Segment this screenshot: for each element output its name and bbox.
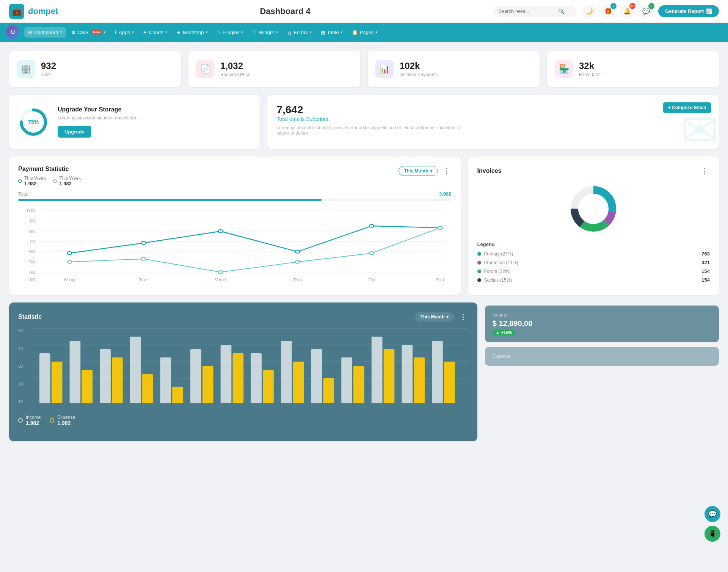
chat-badge: 5 [648, 3, 654, 9]
nav-item-plugins[interactable]: ♡ Plugins ▾ [213, 27, 247, 38]
logo-text: dompet [28, 6, 58, 16]
svg-text:Thu: Thu [293, 278, 303, 282]
nav-item-pages[interactable]: 📋 Pages ▾ [348, 27, 381, 38]
chat-button[interactable]: 💬 5 [639, 5, 653, 18]
y-label-30: 30 [18, 364, 33, 368]
expense-legend: Expense 1.982 [50, 415, 75, 426]
svg-text:50: 50 [29, 260, 35, 265]
nav-item-bootstrap[interactable]: ★ Bootstrap ▾ [173, 27, 212, 38]
forum-value: 154 [701, 268, 710, 274]
expense-box: Expense [485, 347, 719, 366]
upgrade-description: Lorem ipsum dolor sit amet, onsectetur. [58, 115, 137, 121]
chevron-down-icon-cms: ▾ [104, 30, 106, 34]
svg-text:100: 100 [26, 209, 35, 213]
header-icons: 🌙 🎁 2 🔔 12 💬 5 Generate Report 📈 [582, 5, 719, 18]
generate-btn-label: Generate Report [665, 8, 704, 14]
svg-point-23 [67, 252, 72, 255]
this-month-filter[interactable]: This Month ▾ [399, 166, 438, 176]
invoices-card: Invoices ⋮ Legend [468, 157, 719, 295]
statistic-more-button[interactable]: ⋮ [458, 312, 468, 322]
expense-dot [50, 418, 54, 423]
nav-item-charts[interactable]: ✦ Charts ▾ [139, 27, 171, 38]
stat-card-force-tariff: 🏪 32k Force tariff [547, 51, 719, 87]
svg-rect-51 [112, 357, 123, 403]
search-icon: 🔍 [558, 8, 565, 14]
moon-icon: 🌙 [585, 8, 593, 15]
svg-rect-68 [372, 337, 383, 403]
gift-button[interactable]: 🎁 2 [601, 5, 615, 18]
svg-rect-49 [82, 370, 93, 403]
svg-rect-47 [52, 362, 63, 403]
search-input[interactable] [498, 8, 555, 14]
svg-rect-48 [70, 341, 81, 403]
moon-toggle[interactable]: 🌙 [582, 5, 596, 18]
invoices-more-button[interactable]: ⋮ [699, 166, 710, 176]
svg-point-27 [369, 224, 374, 227]
nav-item-dashboard[interactable]: ⊞ Dashboard ▾ [24, 27, 66, 38]
income-label: Income [26, 415, 41, 420]
statistic-month-filter[interactable]: This Month ▾ [415, 312, 454, 321]
up-arrow-icon: ▲ [496, 330, 500, 335]
y-label-10: 10 [18, 400, 33, 404]
legend-2-value: 1.982 [59, 181, 80, 186]
forms-icon: 🖨 [287, 30, 292, 35]
payment-title: Payment Statistic [18, 166, 81, 172]
bell-button[interactable]: 🔔 12 [620, 5, 634, 18]
generate-report-button[interactable]: Generate Report 📈 [658, 5, 719, 17]
chevron-down-icon-charts: ▾ [165, 30, 167, 34]
income-change-badge: ▲ +15% [493, 329, 515, 335]
chart-icon: 📈 [706, 8, 712, 14]
chevron-down-icon-stat: ▾ [446, 314, 449, 320]
legend-row-primary: Primary (27%) 763 [477, 251, 710, 257]
svg-rect-54 [160, 357, 171, 403]
chevron-down-icon-table: ▾ [341, 30, 343, 34]
svg-rect-57 [202, 366, 213, 403]
svg-point-34 [438, 226, 442, 229]
svg-rect-69 [384, 349, 395, 403]
y-label-50: 50 [18, 328, 33, 333]
nav-item-widget[interactable]: ♡ Widget ▾ [248, 27, 281, 38]
payment-progress-fill [18, 199, 322, 201]
legend-title: Legend [477, 241, 710, 247]
svg-point-29 [67, 260, 72, 263]
nav-item-cms[interactable]: ⚙ CMS New ▾ [67, 27, 110, 38]
svg-rect-65 [323, 378, 334, 403]
page-title: Dashboard 4 [83, 6, 487, 16]
statistic-bar-chart [33, 328, 468, 412]
chat-icon: 💬 [642, 8, 650, 15]
chevron-down-icon-widget: ▾ [276, 30, 278, 34]
stat-cards: 🏢 932 Tariff 📄 1,032 Required Price 📊 10… [9, 51, 719, 87]
svg-rect-61 [263, 370, 274, 403]
upgrade-card: 75% Upgrade Your Storage Lorem ipsum dol… [9, 95, 260, 149]
socials-value: 154 [701, 277, 710, 283]
widget-icon: ♡ [252, 30, 257, 35]
nav-item-forms[interactable]: 🖨 Forms ▾ [283, 27, 315, 38]
nav-item-table[interactable]: ▦ Table ▾ [317, 27, 347, 38]
donut-chart [477, 182, 710, 235]
dashboard-icon: ⊞ [28, 30, 32, 35]
more-options-button[interactable]: ⋮ [441, 166, 452, 176]
nav-item-apps[interactable]: ℹ Apps ▾ [111, 27, 138, 38]
promotion-value: 321 [701, 260, 710, 265]
legend-1-label: This Week [24, 176, 46, 181]
svg-text:70: 70 [29, 240, 35, 244]
svg-rect-66 [341, 357, 352, 403]
income-box: Income $ 12,890,00 ▲ +15% [485, 306, 719, 342]
svg-point-30 [141, 257, 146, 260]
stat-card-payments: 📊 102k Detalled Payments [368, 51, 540, 87]
svg-text:30: 30 [29, 278, 35, 282]
charts-icon: ✦ [143, 30, 147, 35]
force-tariff-icon: 🏪 [555, 60, 573, 78]
payments-label: Detalled Payments [400, 72, 438, 77]
svg-text:Sat: Sat [436, 278, 444, 282]
gift-icon: 🎁 [604, 8, 612, 15]
primary-label: Primary (27%) [484, 251, 513, 257]
income-box-value: $ 12,890,00 [493, 319, 711, 328]
upgrade-button[interactable]: Upgrade [58, 126, 91, 138]
tariff-icon: 🏢 [17, 60, 35, 78]
chevron-down-icon-plugins: ▾ [241, 30, 243, 34]
chevron-down-icon-filter: ▾ [430, 168, 432, 174]
email-card: + Compose Email 7,642 Total emails Subcr… [267, 95, 719, 149]
y-label-20: 20 [18, 382, 33, 386]
svg-text:Wed: Wed [215, 278, 226, 282]
